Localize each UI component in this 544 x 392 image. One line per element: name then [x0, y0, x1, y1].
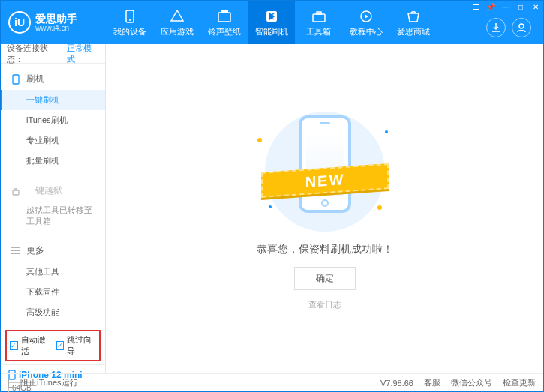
svg-rect-6: [317, 12, 321, 14]
app-title: 爱思助手: [35, 13, 77, 24]
sidebar-item-itunes[interactable]: iTunes刷机: [1, 110, 105, 130]
flash-head[interactable]: 刷机: [1, 68, 105, 90]
svg-point-8: [519, 24, 524, 28]
app-url: www.i4.cn: [35, 24, 77, 32]
phone-icon: [124, 8, 136, 25]
sidebar-item-pro[interactable]: 专业刷机: [1, 130, 105, 151]
svg-rect-9: [13, 75, 19, 84]
svg-rect-10: [13, 190, 19, 195]
svg-point-1: [129, 19, 131, 21]
apps-icon: [170, 8, 184, 25]
svg-rect-5: [313, 14, 325, 22]
checkbox-icon: ✓: [56, 341, 65, 350]
sidebar-item-other[interactable]: 其他工具: [1, 262, 105, 282]
more-section: 更多 其他工具 下载固件 高级功能: [1, 235, 105, 327]
jailbreak-note: 越狱工具已转移至 工具箱: [1, 202, 105, 231]
device-status: 设备连接状态： 正常模式: [1, 44, 105, 64]
nav-apps[interactable]: 应用游戏: [153, 1, 200, 44]
checkbox-icon: [8, 379, 17, 388]
checkbox-icon: ✓: [10, 341, 18, 350]
nav-my-device[interactable]: 我的设备: [106, 1, 153, 44]
jailbreak-section: 一键越狱 越狱工具已转移至 工具箱: [1, 175, 105, 235]
pin-icon[interactable]: 📌: [483, 1, 498, 13]
main-nav: 我的设备 应用游戏 铃声壁纸 智能刷机 工具箱 教程中心: [106, 1, 486, 44]
nav-tutorials[interactable]: 教程中心: [342, 1, 389, 44]
wechat-link[interactable]: 微信公众号: [451, 377, 492, 388]
lock-icon: [11, 187, 22, 196]
window-controls: ☰ 📌 ─ □ ✕: [468, 1, 543, 13]
minimize-icon[interactable]: ─: [498, 1, 513, 13]
footer: 阻止iTunes运行 V7.98.66 客服 微信公众号 检查更新: [1, 373, 543, 391]
wallpaper-icon: [218, 8, 231, 25]
nav-tools[interactable]: 工具箱: [295, 1, 342, 44]
header: iU 爱思助手 www.i4.cn 我的设备 应用游戏 铃声壁纸 智能刷机: [1, 1, 543, 44]
skip-guide-checkbox[interactable]: ✓ 跳过向导: [56, 334, 97, 357]
close-icon[interactable]: ✕: [528, 1, 543, 13]
block-itunes-checkbox[interactable]: 阻止iTunes运行: [8, 377, 78, 388]
support-link[interactable]: 客服: [424, 377, 440, 388]
auto-activate-checkbox[interactable]: ✓ 自动激活: [10, 334, 50, 357]
jailbreak-head: 一键越狱: [1, 180, 105, 202]
main-content: NEW 恭喜您，保资料刷机成功啦！ 确定 查看日志: [106, 44, 543, 373]
toolbox-icon: [312, 8, 326, 25]
view-log-link[interactable]: 查看日志: [308, 299, 341, 310]
svg-rect-2: [218, 13, 230, 22]
svg-rect-3: [221, 10, 228, 13]
phone-small-icon: [11, 74, 22, 85]
store-icon: [407, 8, 420, 25]
version-label: V7.98.66: [380, 379, 413, 388]
tutorial-icon: [359, 8, 373, 25]
update-link[interactable]: 检查更新: [503, 377, 536, 388]
flash-section: 刷机 一键刷机 iTunes刷机 专业刷机 批量刷机: [1, 64, 105, 175]
download-icon[interactable]: [486, 18, 506, 37]
nav-ringtones[interactable]: 铃声壁纸: [200, 1, 248, 44]
maximize-icon[interactable]: □: [513, 1, 528, 13]
sidebar-item-batch[interactable]: 批量刷机: [1, 151, 105, 171]
list-icon: [11, 247, 22, 254]
body: 设备连接状态： 正常模式 刷机 一键刷机 iTunes刷机 专业刷机 批量刷机 …: [1, 44, 543, 373]
ok-button[interactable]: 确定: [294, 267, 356, 290]
logo: iU 爱思助手 www.i4.cn: [8, 11, 106, 34]
menu-icon[interactable]: ☰: [468, 1, 483, 13]
success-illustration: NEW: [257, 108, 392, 235]
sidebar-item-oneclick[interactable]: 一键刷机: [1, 90, 105, 110]
nav-store[interactable]: 爱思商城: [389, 1, 437, 44]
header-actions: [486, 18, 531, 37]
logo-icon: iU: [8, 11, 31, 34]
sidebar-item-advanced[interactable]: 高级功能: [1, 302, 105, 322]
more-head[interactable]: 更多: [1, 240, 105, 262]
app-window: ☰ 📌 ─ □ ✕ iU 爱思助手 www.i4.cn 我的设备 应用游戏 铃声: [0, 0, 544, 392]
sidebar: 设备连接状态： 正常模式 刷机 一键刷机 iTunes刷机 专业刷机 批量刷机 …: [1, 44, 106, 373]
success-message: 恭喜您，保资料刷机成功啦！: [257, 243, 393, 256]
flash-icon: [265, 8, 278, 25]
nav-flash[interactable]: 智能刷机: [248, 1, 295, 44]
user-icon[interactable]: [512, 18, 531, 37]
options-highlight: ✓ 自动激活 ✓ 跳过向导: [5, 330, 101, 361]
sidebar-item-download[interactable]: 下载固件: [1, 282, 105, 302]
